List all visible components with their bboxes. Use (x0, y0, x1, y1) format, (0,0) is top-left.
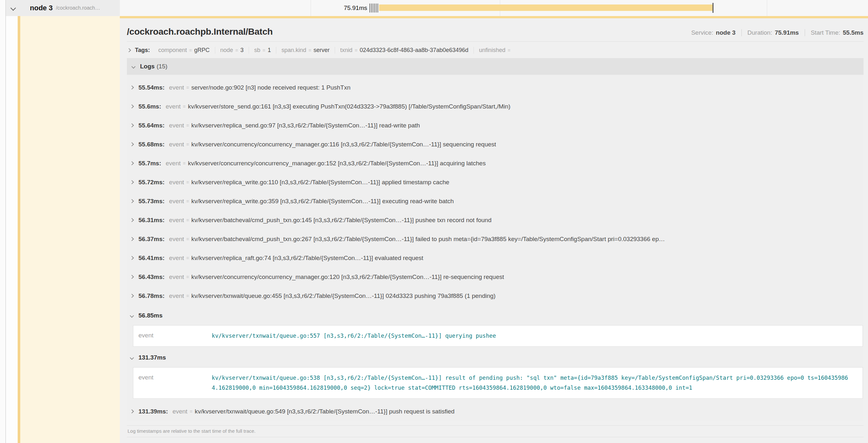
chevron-down-icon (130, 356, 134, 360)
log-timestamp: 55.6ms: (138, 103, 161, 110)
log-row-expanded-header[interactable]: 131.37ms (127, 350, 864, 365)
log-field-key: event (169, 122, 184, 129)
chevron-right-icon (130, 409, 134, 413)
left-gutter (0, 0, 6, 443)
span-duration-label: 75.91ms (344, 0, 367, 16)
log-message: kv/kvserver/replica_write.go:110 [n3,s3,… (191, 179, 450, 186)
span-detail-panel: /cockroach.roachpb.Internal/Batch Servic… (120, 16, 868, 443)
span-name-column-highlight (20, 16, 120, 443)
chevron-right-icon (130, 161, 134, 165)
logs-title: Logs (140, 63, 155, 70)
log-row[interactable]: 55.6ms:event=kv/kvserver/store_send.go:1… (127, 97, 864, 116)
log-row[interactable]: 55.72ms:event=kv/kvserver/replica_write.… (127, 173, 864, 192)
equals-sign: = (186, 293, 189, 299)
tag-item: component=gRPC (153, 47, 215, 54)
log-field-key: event (169, 217, 184, 224)
log-message: kv/kvserver/replica_send.go:97 [n3,s3,r6… (191, 122, 420, 129)
span-overview: Service:node 3Duration:75.91msStart Time… (691, 29, 864, 37)
equals-sign: = (183, 104, 186, 109)
log-message: kv/kvserver/txnwait/queue.go:455 [n3,s3,… (191, 293, 496, 300)
chevron-right-icon (127, 48, 131, 52)
span-bar-end-marker (713, 3, 713, 13)
tag-value: 1 (268, 47, 271, 54)
log-field-key: event (138, 373, 212, 393)
log-row[interactable]: 131.39ms:event=kv/kvserver/txnwait/queue… (127, 402, 864, 421)
chevron-right-icon (130, 275, 134, 279)
tag-item: txnid=024d3323-6c8f-4863-aa8b-37ab0e6349… (335, 47, 473, 54)
log-timestamp: 55.72ms: (138, 179, 164, 186)
log-row[interactable]: 55.68ms:event=kv/kvserver/concurrency/co… (127, 135, 864, 154)
chevron-right-icon (130, 180, 134, 184)
chevron-right-icon (130, 142, 134, 146)
log-timestamp: 56.78ms: (138, 293, 164, 300)
logs-count: (15) (156, 63, 167, 70)
span-duration-bar[interactable] (379, 4, 713, 11)
chevron-right-icon (130, 237, 134, 241)
overview-value: 75.91ms (775, 29, 799, 36)
tag-item: unfinished= (473, 47, 518, 54)
overview-separator (741, 29, 742, 36)
equals-sign: = (308, 47, 311, 53)
chevron-right-icon (130, 218, 134, 222)
log-row[interactable]: 55.64ms:event=kv/kvserver/replica_send.g… (127, 116, 864, 135)
tag-key: component (158, 47, 187, 54)
log-field-key: event (169, 141, 184, 148)
log-message: kv/kvserver/batcheval/cmd_push_txn.go:14… (191, 217, 492, 224)
overview-item: Duration:75.91ms (747, 29, 799, 36)
equals-sign: = (189, 409, 192, 414)
span-name-cell[interactable]: node 3 /cockroach.roach… (6, 0, 120, 16)
chevron-right-icon (130, 104, 134, 108)
collapse-span-button[interactable] (8, 0, 18, 16)
equals-sign: = (186, 198, 189, 204)
logs-accordion-header[interactable]: Logs (15) (127, 58, 864, 75)
left-gutter-2 (6, 0, 18, 443)
tag-value: gRPC (194, 47, 210, 54)
log-message: kv/kvserver/store_send.go:161 [n3,s3] ex… (188, 103, 510, 110)
log-message: kv/kvserver/txnwait/queue.go:549 [n3,s3,… (195, 408, 455, 415)
log-timestamp: 55.7ms: (138, 160, 161, 167)
log-timestamp: 131.39ms: (138, 408, 168, 415)
log-event-box: eventkv/kvserver/txnwait/queue.go:557 [n… (133, 325, 863, 347)
log-row[interactable]: 56.37ms:event=kv/kvserver/batcheval/cmd_… (127, 230, 864, 248)
log-row[interactable]: 56.41ms:event=kv/kvserver/replica_raft.g… (127, 248, 864, 267)
log-row[interactable]: 56.78ms:event=kv/kvserver/txnwait/queue.… (127, 286, 864, 305)
log-timestamp: 56.37ms: (138, 236, 164, 243)
tag-value: 3 (240, 47, 244, 54)
tag-key: node (220, 47, 233, 54)
equals-sign: = (186, 123, 189, 128)
log-field-key: event (166, 103, 181, 110)
equals-sign: = (189, 47, 192, 53)
log-row[interactable]: 55.73ms:event=kv/kvserver/replica_write.… (127, 192, 864, 211)
equals-sign: = (186, 274, 189, 280)
chevron-right-icon (130, 256, 134, 260)
overview-label: Start Time: (811, 29, 840, 36)
log-field-key: event (138, 331, 212, 341)
log-field-key: event (169, 293, 184, 300)
log-timestamp: 55.64ms: (138, 122, 164, 129)
span-detail-header: /cockroach.roachpb.Internal/Batch Servic… (127, 18, 864, 41)
overview-label: Service: (691, 29, 713, 36)
log-field-key: event (169, 273, 184, 280)
log-message: server/node.go:902 [n3] node received re… (191, 84, 350, 91)
log-row[interactable]: 55.54ms:event=server/node.go:902 [n3] no… (127, 78, 864, 97)
tag-key: sb (254, 47, 260, 54)
overview-value: node 3 (716, 29, 735, 36)
log-message: kv/kvserver/replica_write.go:359 [n3,s3,… (191, 198, 454, 205)
timeline-gridline (311, 0, 311, 16)
tags-label: Tags: (135, 47, 150, 54)
log-row[interactable]: 55.7ms:event=kv/kvserver/concurrency/con… (127, 154, 864, 173)
log-field-key: event (173, 408, 187, 415)
tags-accordion[interactable]: Tags: component=gRPCnode=3sb=1span.kind=… (127, 42, 864, 58)
log-row[interactable]: 56.43ms:event=kv/kvserver/concurrency/co… (127, 267, 864, 286)
log-row-expanded-header[interactable]: 56.85ms (127, 308, 864, 323)
log-row[interactable]: 56.31ms:event=kv/kvserver/batcheval/cmd_… (127, 211, 864, 230)
span-operation-name: /cockroach.roach… (56, 5, 100, 11)
log-tick-marks (369, 3, 379, 12)
log-message: kv/kvserver/replica_raft.go:74 [n3,s3,r6… (191, 254, 424, 262)
tag-key: span.kind (281, 47, 306, 54)
logs-section: Logs (15) 55.54ms:event=server/node.go:9… (127, 58, 864, 437)
equals-sign: = (507, 47, 510, 53)
log-timestamp: 131.37ms (138, 354, 166, 361)
log-field-key: event (169, 198, 184, 205)
tag-item: sb=1 (249, 47, 276, 54)
